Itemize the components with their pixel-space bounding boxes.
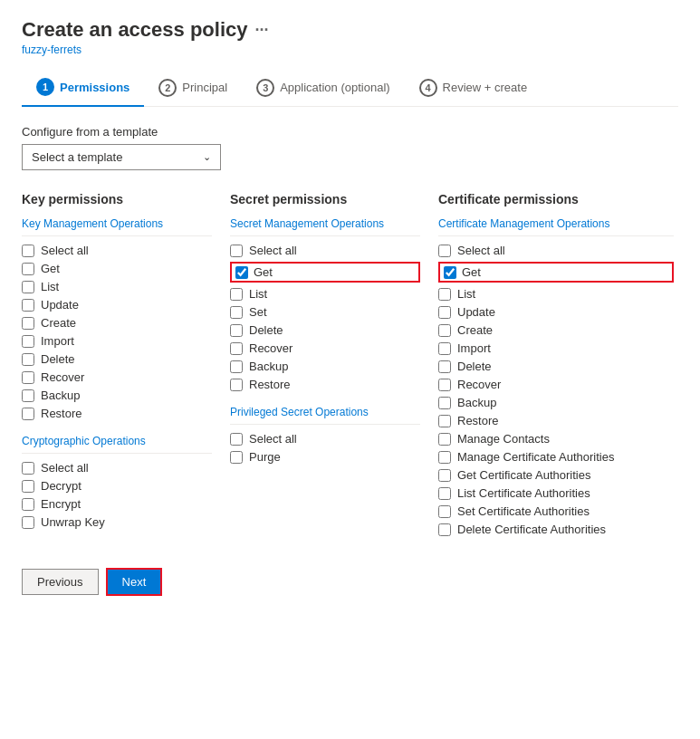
secret-backup-label[interactable]: Backup — [249, 360, 288, 373]
cert-list-ca-checkbox[interactable] — [438, 487, 451, 500]
key-restore-checkbox[interactable] — [22, 408, 34, 420]
list-item: Recover — [230, 341, 420, 355]
secret-list-label[interactable]: List — [249, 287, 267, 301]
secret-get-checkbox[interactable] — [235, 266, 248, 279]
cert-select-all-checkbox[interactable] — [438, 245, 451, 257]
crypto-select-all-label[interactable]: Select all — [41, 461, 89, 475]
previous-button[interactable]: Previous — [22, 569, 99, 595]
crypto-decrypt-checkbox[interactable] — [22, 480, 34, 493]
crypto-decrypt-label[interactable]: Decrypt — [41, 479, 82, 493]
key-create-checkbox[interactable] — [22, 317, 34, 330]
list-item: List Certificate Authorities — [438, 486, 674, 500]
list-item: Recover — [438, 378, 674, 391]
key-list-checkbox[interactable] — [22, 281, 34, 293]
priv-secret-ops-title: Privileged Secret Operations — [230, 406, 420, 418]
cert-import-label[interactable]: Import — [457, 341, 491, 355]
cert-get-label[interactable]: Get — [462, 265, 481, 279]
cert-delete-ca-checkbox[interactable] — [438, 523, 451, 536]
secret-set-label[interactable]: Set — [249, 305, 267, 319]
cert-backup-label[interactable]: Backup — [457, 396, 496, 409]
step-application[interactable]: 3 Application (optional) — [242, 72, 404, 106]
cert-delete-checkbox[interactable] — [438, 360, 451, 373]
step-2-circle: 2 — [158, 79, 177, 97]
key-delete-checkbox[interactable] — [22, 353, 34, 366]
key-select-all-label[interactable]: Select all — [41, 244, 89, 257]
cert-list-label[interactable]: List — [457, 287, 475, 301]
crypto-encrypt-label[interactable]: Encrypt — [41, 497, 81, 511]
key-backup-checkbox[interactable] — [22, 389, 34, 402]
list-item: Delete Certificate Authorities — [438, 523, 674, 536]
secret-set-checkbox[interactable] — [230, 306, 243, 319]
cert-select-all-label[interactable]: Select all — [457, 244, 505, 257]
cert-get-ca-checkbox[interactable] — [438, 469, 451, 482]
secret-list-checkbox[interactable] — [230, 288, 243, 301]
next-button[interactable]: Next — [106, 568, 163, 596]
cert-create-label[interactable]: Create — [457, 323, 493, 337]
key-recover-checkbox[interactable] — [22, 371, 34, 384]
key-get-checkbox[interactable] — [22, 263, 34, 275]
cert-manage-ca-label[interactable]: Manage Certificate Authorities — [457, 450, 614, 464]
list-item: Delete — [22, 352, 212, 366]
list-item: Get — [438, 262, 674, 283]
cert-get-checkbox[interactable] — [444, 266, 456, 279]
key-update-label[interactable]: Update — [41, 298, 79, 312]
breadcrumb[interactable]: fuzzy-ferrets — [22, 43, 678, 56]
cert-recover-label[interactable]: Recover — [457, 378, 501, 391]
key-recover-label[interactable]: Recover — [41, 370, 84, 384]
cert-restore-checkbox[interactable] — [438, 415, 451, 427]
cert-set-ca-checkbox[interactable] — [438, 505, 451, 518]
priv-secret-purge-label[interactable]: Purge — [249, 450, 281, 464]
cert-set-ca-label[interactable]: Set Certificate Authorities — [457, 504, 590, 518]
key-create-label[interactable]: Create — [41, 316, 76, 330]
step-review-create[interactable]: 4 Review + create — [405, 72, 542, 106]
cert-recover-checkbox[interactable] — [438, 379, 451, 391]
cert-get-ca-label[interactable]: Get Certificate Authorities — [457, 468, 590, 482]
cert-update-label[interactable]: Update — [457, 305, 495, 319]
list-item: Unwrap Key — [22, 515, 212, 529]
crypto-unwrap-label[interactable]: Unwrap Key — [41, 515, 105, 529]
key-restore-label[interactable]: Restore — [41, 407, 82, 420]
cert-update-checkbox[interactable] — [438, 306, 451, 319]
key-update-checkbox[interactable] — [22, 299, 34, 312]
cert-manage-contacts-checkbox[interactable] — [438, 433, 451, 446]
secret-select-all-checkbox[interactable] — [230, 245, 243, 257]
secret-restore-label[interactable]: Restore — [249, 378, 291, 391]
key-delete-label[interactable]: Delete — [41, 352, 75, 366]
cert-backup-checkbox[interactable] — [438, 397, 451, 409]
step-1-label: Permissions — [60, 81, 129, 94]
secret-backup-checkbox[interactable] — [230, 360, 243, 373]
key-import-checkbox[interactable] — [22, 335, 34, 348]
cert-import-checkbox[interactable] — [438, 342, 451, 355]
cert-restore-label[interactable]: Restore — [457, 414, 499, 427]
secret-delete-checkbox[interactable] — [230, 324, 243, 337]
step-principal[interactable]: 2 Principal — [144, 72, 242, 106]
priv-secret-select-all-checkbox[interactable] — [230, 433, 243, 446]
cert-manage-contacts-label[interactable]: Manage Contacts — [457, 432, 550, 446]
crypto-select-all-checkbox[interactable] — [22, 462, 34, 475]
key-select-all-checkbox[interactable] — [22, 245, 34, 257]
cert-delete-ca-label[interactable]: Delete Certificate Authorities — [457, 523, 606, 536]
key-get-label[interactable]: Get — [41, 262, 60, 275]
step-permissions[interactable]: 1 Permissions — [22, 71, 144, 107]
template-dropdown[interactable]: Select a template ⌄ — [22, 144, 221, 170]
key-list-label[interactable]: List — [41, 280, 59, 293]
cert-delete-label[interactable]: Delete — [457, 360, 492, 373]
cert-manage-ca-checkbox[interactable] — [438, 451, 451, 464]
crypto-unwrap-checkbox[interactable] — [22, 516, 34, 529]
key-backup-label[interactable]: Backup — [41, 389, 80, 402]
crypto-encrypt-checkbox[interactable] — [22, 498, 34, 511]
secret-get-label[interactable]: Get — [254, 265, 273, 279]
secret-select-all-label[interactable]: Select all — [249, 244, 297, 257]
list-item: Import — [22, 334, 212, 348]
ellipsis-menu[interactable]: ··· — [254, 21, 268, 40]
secret-restore-checkbox[interactable] — [230, 379, 243, 391]
secret-recover-label[interactable]: Recover — [249, 341, 292, 355]
priv-secret-purge-checkbox[interactable] — [230, 451, 243, 464]
cert-list-checkbox[interactable] — [438, 288, 451, 301]
secret-recover-checkbox[interactable] — [230, 342, 243, 355]
cert-list-ca-label[interactable]: List Certificate Authorities — [457, 486, 590, 500]
priv-secret-select-all-label[interactable]: Select all — [249, 432, 297, 446]
cert-create-checkbox[interactable] — [438, 324, 451, 337]
key-import-label[interactable]: Import — [41, 334, 74, 348]
secret-delete-label[interactable]: Delete — [249, 323, 283, 337]
